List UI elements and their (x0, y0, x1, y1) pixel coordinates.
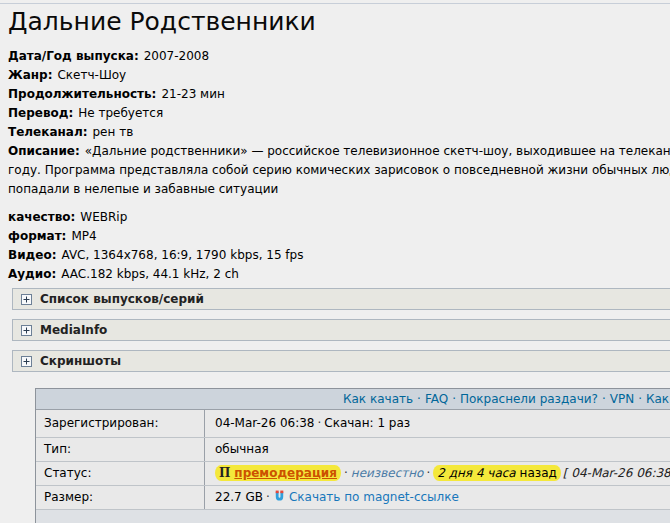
field-value: AVC, 1364x768, 16:9, 1790 kbps, 15 fps (61, 248, 303, 262)
top-divider (0, 3, 670, 4)
link-faq[interactable]: FAQ (425, 392, 448, 406)
size-value: 22.7 GB (215, 490, 263, 504)
tech-field-video: Видео:AVC, 1364x768, 16:9, 1790 kbps, 15… (8, 246, 670, 265)
page-title: Дальние Родственники (8, 6, 670, 38)
info-field-channel: Телеканал:рен тв (8, 123, 670, 142)
expand-plus-icon (21, 356, 32, 367)
spoiler-header-mediainfo[interactable]: MediaInfo (12, 319, 670, 341)
magnet-link[interactable]: Скачать по magnet-ссылке (273, 490, 459, 504)
table-footer (36, 510, 670, 523)
field-value: MP4 (71, 229, 96, 243)
field-value: AAC.182 kbps, 44.1 kHz, 2 ch (61, 267, 239, 281)
field-label: Видео: (8, 248, 56, 262)
tech-field-format: формат:MP4 (8, 227, 670, 246)
time-ago-highlight: 2 дня 4 часа назад (433, 465, 561, 481)
field-label: качество: (8, 210, 75, 224)
release-info: Дата/Год выпуска:2007-2008 Жанр:Скетч-Шо… (8, 47, 670, 284)
table-row-type: Тип: обычная (36, 438, 670, 462)
field-value: 2007-2008 (144, 49, 209, 63)
field-label: Дата/Год выпуска: (8, 49, 139, 63)
expand-plus-icon (21, 294, 32, 305)
info-field-genre: Жанр:Скетч-Шоу (8, 66, 670, 85)
field-label: Жанр: (8, 68, 52, 82)
info-field-duration: Продолжительность:21-23 мин (8, 85, 670, 104)
magnet-link-label: Скачать по magnet-ссылке (289, 490, 459, 504)
premoderation-link[interactable]: премодерация (234, 466, 337, 480)
table-row-size: Размер: 22.7 GB·Скачать по magnet-ссылке (36, 486, 670, 510)
field-value: WEBRip (80, 210, 127, 224)
download-count: Скачан: 1 раз (324, 416, 410, 430)
field-label: Перевод: (8, 106, 73, 120)
field-value: 21-23 мин (161, 87, 224, 101)
description: Описание:«Дальние родственники» — россий… (8, 142, 670, 199)
description-line: «Дальние родственники» — российское теле… (85, 144, 670, 158)
status-unknown: неизвестно (351, 466, 424, 480)
premoderation-icon: П (219, 466, 230, 480)
magnet-icon (273, 490, 286, 503)
registered-date: 04-Mar-26 06:38 (215, 416, 314, 430)
spoiler-label: MediaInfo (40, 321, 107, 340)
spoiler-label: Скриншоты (40, 352, 121, 371)
link-vpn[interactable]: VPN (610, 392, 634, 406)
torrent-details-table: Как качать·FAQ·Покраснели раздачи?·VPN·К… (35, 388, 670, 523)
spoiler-header-episodes[interactable]: Список выпусков/серий (12, 288, 670, 310)
description-label: Описание: (8, 144, 80, 158)
field-label: Продолжительность: (8, 87, 156, 101)
type-value: обычная (205, 438, 670, 461)
field-label: Телеканал: (8, 125, 87, 139)
field-label: формат: (8, 229, 66, 243)
premoderation-highlight: Ппремодерация (215, 465, 341, 481)
link-red-torrents[interactable]: Покраснели раздачи? (460, 392, 598, 406)
description-line: попадали в нелепые и забавные ситуации (8, 180, 670, 199)
table-help-links: Как качать·FAQ·Покраснели раздачи?·VPN·К… (36, 389, 670, 410)
spoiler-header-screenshots[interactable]: Скриншоты (12, 350, 670, 372)
link-clipped[interactable]: Как (646, 392, 669, 406)
field-label: Аудио: (8, 267, 56, 281)
table-row-status: Статус: Ппремодерация·неизвестно·2 дня 4… (36, 462, 670, 486)
link-how-to-download[interactable]: Как качать (343, 392, 413, 406)
field-value: рен тв (92, 125, 133, 139)
info-field-translation: Перевод:Не требуется (8, 104, 670, 123)
description-line: году. Программа представляла собой серию… (8, 161, 670, 180)
spoiler-sections: Список выпусков/серий MediaInfo Скриншот… (8, 288, 670, 372)
table-row-registered: Зарегистрирован: 04-Mar-26 06:38·Скачан:… (36, 410, 670, 438)
row-label: Зарегистрирован: (36, 410, 205, 437)
row-label: Статус: (36, 462, 205, 485)
time-ago: 2 дня 4 часа (437, 466, 515, 480)
tech-field-quality: качество:WEBRip (8, 208, 670, 227)
release-page: Дальние Родственники Дата/Год выпуска:20… (8, 6, 670, 523)
expand-plus-icon (21, 325, 32, 336)
field-value: Не требуется (78, 106, 163, 120)
field-value: Скетч-Шоу (57, 68, 126, 82)
status-timestamp: [ 04-Mar-26 06:38 ] (563, 466, 670, 480)
row-label: Тип: (36, 438, 205, 461)
tech-field-audio: Аудио:AAC.182 kbps, 44.1 kHz, 2 ch (8, 265, 670, 284)
spoiler-label: Список выпусков/серий (40, 290, 204, 309)
ago-word: назад (520, 466, 557, 480)
info-field-year: Дата/Год выпуска:2007-2008 (8, 47, 670, 66)
row-label: Размер: (36, 486, 205, 509)
tech-info: качество:WEBRip формат:MP4 Видео:AVC, 13… (8, 208, 670, 284)
